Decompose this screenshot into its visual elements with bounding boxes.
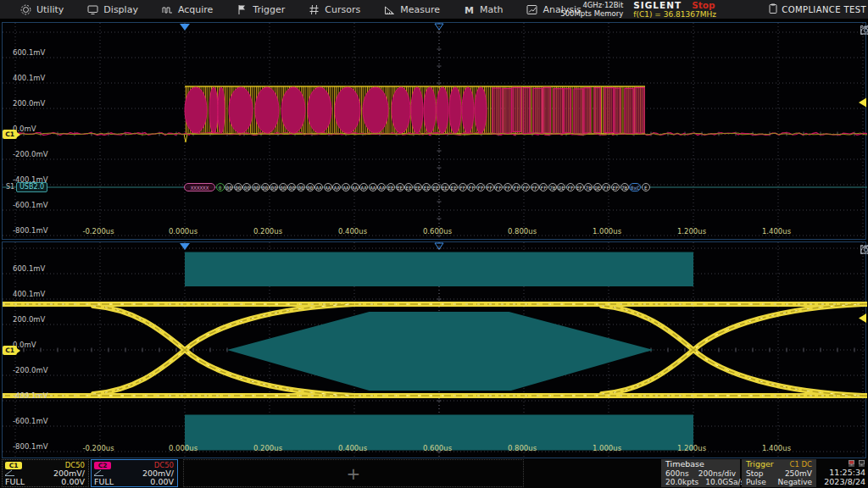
waveform-plot[interactable]: 600.1mV400.1mV200.0mV0.0mV-200.0mV-400.1…: [2, 22, 866, 240]
trigger-level: 250mV: [785, 469, 812, 478]
x-axis-label: 0.200us: [253, 227, 282, 236]
decoded-byte: AA: [351, 183, 359, 191]
acq-state-badge[interactable]: Stop: [692, 0, 715, 10]
detach-icon[interactable]: [860, 25, 868, 35]
menu-items: Utility Display Acquire Trigger Cursors …: [0, 0, 593, 19]
decoded-byte: 00: [297, 183, 305, 191]
compliance-test-button[interactable]: COMPLIANCE TEST: [769, 3, 866, 15]
timebase-rate: 10.0GSa/s: [705, 478, 744, 486]
measure-icon: [384, 4, 395, 15]
channel-box-c1[interactable]: C1 DC50 200mV/ FULL 0.00V: [2, 459, 89, 487]
decoded-byte: 7B: [548, 183, 557, 191]
decoded-byte: EF: [576, 183, 584, 191]
acquisition-info: 4GHz·12Bit 500Mpts Memory: [560, 1, 623, 18]
x-axis-label: 0.800us: [508, 444, 537, 452]
y-axis-label: -600.1mV: [13, 417, 48, 425]
descriptor-bar: C1 DC50 200mV/ FULL 0.00V C2 DC50 200mV/…: [0, 458, 868, 488]
ch1-badge[interactable]: C1: [3, 346, 17, 355]
y-axis-label: 600.1mV: [13, 48, 45, 57]
trigger-level-marker[interactable]: [859, 313, 866, 323]
trigger-level-marker[interactable]: [859, 98, 866, 108]
decoded-byte: FF: [566, 183, 575, 191]
x-axis-label: -0.200us: [82, 227, 114, 236]
menu-item-label: Display: [103, 4, 138, 15]
trigger-source: C1 DC: [789, 460, 812, 469]
lan-icon: [858, 460, 865, 467]
decoded-byte: XXXXXX: [184, 183, 215, 191]
decoded-byte: EF: [611, 183, 620, 191]
timebase-scale: 200ns/div: [698, 469, 736, 478]
x-axis-label: 0.200us: [253, 444, 282, 452]
flag-icon: [236, 4, 248, 15]
trigger-position-marker[interactable]: [180, 243, 190, 250]
eye-diagram-plot[interactable]: 600.1mV400.1mV200.0mV0.0mV-200.0mV-400.1…: [2, 241, 866, 458]
menu-item-cursors[interactable]: Cursors: [297, 0, 372, 19]
decoded-byte: FF: [531, 183, 539, 191]
channel-boxes: C1 DC50 200mV/ FULL 0.00V C2 DC50 200mV/…: [0, 459, 178, 487]
y-axis-label: -600.1mV: [13, 201, 48, 209]
menu-item-measure[interactable]: Measure: [372, 0, 452, 19]
menu-item-math[interactable]: M Math: [452, 0, 515, 19]
y-axis-label: 600.1mV: [13, 264, 45, 273]
acquire-icon: [162, 4, 173, 15]
bandwidth-value: FULL: [5, 478, 25, 486]
decoded-byte: 00: [252, 183, 260, 191]
add-channel-button[interactable]: +: [183, 459, 524, 487]
decoded-byte: DE: [593, 183, 602, 191]
x-axis-label: 1.000us: [593, 227, 621, 236]
memory-label: 500Mpts Memory: [560, 9, 623, 18]
trigger-type: Pulse: [746, 478, 766, 486]
decoded-byte: FF: [504, 183, 512, 191]
trigger-slope: Negative: [778, 478, 812, 486]
network-status-icons: [848, 460, 865, 467]
decoded-byte: 00: [261, 183, 270, 191]
x-axis-label: 0.400us: [338, 227, 367, 236]
x-axis-label: 1.200us: [677, 444, 706, 452]
decoded-byte: 00: [306, 183, 314, 191]
channel-box-c2[interactable]: C2 DC50 200mV/ FULL 0.00V: [91, 459, 178, 487]
gear-icon: [20, 4, 31, 15]
bus-protocol-badge[interactable]: USB2.0: [16, 182, 47, 192]
y-axis-label: 400.1mV: [13, 74, 45, 82]
bandwidth-label: 4GHz·12Bit: [560, 1, 623, 9]
menu-item-utility[interactable]: Utility: [8, 0, 75, 19]
brand-block: SIGLENTStop f(C1) = 36.81367MHz: [633, 1, 760, 19]
trigger-title: Trigger: [746, 460, 774, 469]
clipboard-icon: [769, 3, 777, 15]
decoded-byte: EE: [414, 183, 422, 191]
trigger-panel[interactable]: TriggerC1 DC Stop250mV PulseNegative: [742, 459, 816, 487]
timebase-panel[interactable]: Timebase 600ns200ns/div 20.0kpts10.0GSa/…: [661, 459, 740, 487]
decoded-byte: 00: [279, 183, 287, 191]
x-axis-label: 0.800us: [508, 227, 537, 236]
decoded-byte: FF: [521, 183, 530, 191]
math-icon: M: [464, 4, 475, 15]
ch1-badge[interactable]: C1: [3, 130, 17, 139]
detach-icon[interactable]: [860, 245, 868, 254]
y-axis-label: 200.0mV: [13, 315, 45, 324]
menu-bar: Utility Display Acquire Trigger Cursors …: [0, 0, 868, 19]
menu-item-acquire[interactable]: Acquire: [150, 0, 225, 19]
trigger-state: Stop: [746, 469, 763, 478]
offset-value: 0.00V: [61, 478, 85, 486]
decoded-byte: 0xC: [629, 183, 641, 191]
decoded-byte: EE: [396, 183, 404, 191]
clock-time: 11:25:34: [829, 468, 865, 477]
decoded-byte: FF: [476, 183, 485, 191]
menu-item-display[interactable]: Display: [75, 0, 150, 19]
x-axis-label: 0.000us: [169, 444, 198, 452]
channel-badge: C2: [94, 462, 111, 469]
analysis-icon: [526, 4, 537, 15]
bandwidth-value: FULL: [94, 478, 114, 486]
x-axis-label: 0.000us: [169, 227, 198, 236]
trigger-position-marker[interactable]: [180, 24, 190, 30]
decoded-byte: AA: [342, 183, 350, 191]
clock-panel: 11:25:34 2023/8/24: [818, 459, 868, 487]
menu-item-trigger[interactable]: Trigger: [225, 0, 297, 19]
menu-item-label: Measure: [400, 4, 440, 15]
mask-eye-region: [227, 312, 654, 391]
decoded-byte: 00: [234, 183, 242, 191]
compliance-test-label: COMPLIANCE TEST: [782, 5, 866, 14]
menu-item-label: Trigger: [253, 4, 285, 15]
timebase-delay: 600ns: [665, 469, 689, 478]
decoded-byte: EE: [431, 183, 440, 191]
